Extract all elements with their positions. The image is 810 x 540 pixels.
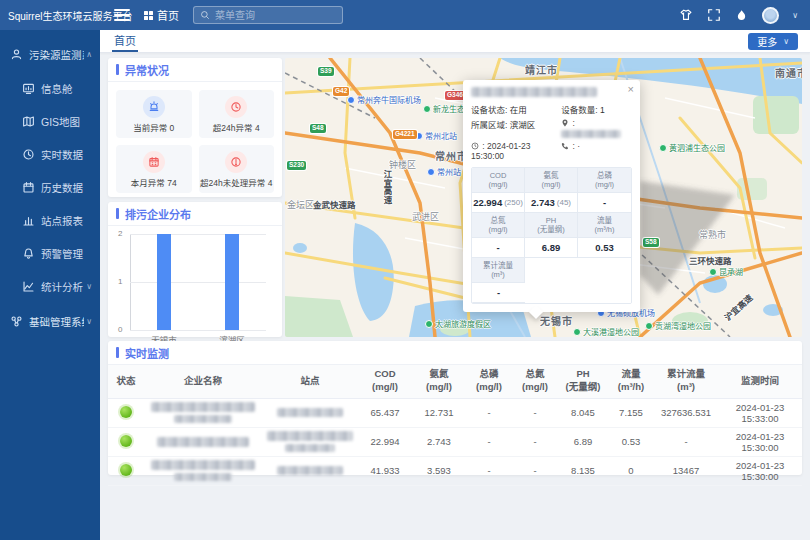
more-label: 更多 — [757, 34, 777, 49]
tab-home[interactable]: 首页 — [112, 30, 138, 52]
metric-cell: 8.045 — [558, 398, 608, 427]
metric-cell: - — [466, 427, 512, 456]
gis-map-icon — [22, 115, 35, 128]
metric-value: 2.743(45) — [525, 193, 578, 213]
tab-strip: 首页 更多 ∨ — [100, 30, 810, 53]
column-header-企业名称: 企业名称 — [144, 365, 262, 398]
metric-cell: - — [512, 456, 558, 485]
column-header-流量: 流量(m³/h) — [608, 365, 654, 398]
enterprise-distribution-panel: 排污企业分布 210 无锡市滨湖区 — [108, 202, 282, 337]
realtime-table: 状态企业名称站点COD(mg/l)氨氮(mg/l)总磷(mg/l)总氮(mg/l… — [108, 365, 802, 486]
metric-value: - — [472, 283, 525, 303]
abnormal-panel-title: 异常状况 — [108, 58, 282, 82]
map-popup: × 设备状态: 在用 设备数量: 1 所属区域: 滨湖区 : : 2024-01… — [463, 80, 640, 312]
realtime-panel-title: 实时监测 — [108, 341, 802, 365]
station-name-redacted — [262, 456, 358, 485]
column-header-站点: 站点 — [262, 365, 358, 398]
phone-icon — [561, 142, 569, 150]
device-datetime: : 2024-01-23 15:30:00 — [471, 141, 561, 161]
history-icon — [22, 181, 35, 194]
sidebar-item-0-2[interactable]: 实时数据 — [0, 138, 100, 171]
metric-cell: 7.155 — [608, 398, 654, 427]
more-button[interactable]: 更多 ∨ — [748, 33, 798, 50]
table-row-1[interactable]: 22.9942.743--6.890.53-2024-01-23 15:30:0… — [108, 427, 802, 456]
metric-cell: 41.933 — [358, 456, 412, 485]
search-icon — [200, 10, 210, 20]
dashboard-icon — [22, 82, 35, 95]
chevron-down-icon: ∨ — [783, 37, 789, 46]
metric-cell: 2.743 — [412, 427, 466, 456]
chevron-down-icon[interactable]: ∨ — [792, 11, 798, 20]
metric-value: - — [472, 238, 525, 258]
monitor-time: 2024-01-23 15:30:00 — [718, 456, 802, 485]
column-header-COD: COD(mg/l) — [358, 365, 412, 398]
popup-metrics-table: COD(mg/l)氨氮(mg/l)总磷(mg/l)22.994(250)2.74… — [471, 167, 632, 304]
metric-cell: - — [512, 427, 558, 456]
home-nav[interactable]: 首页 — [144, 7, 179, 23]
column-header-总氮: 总氮(mg/l) — [512, 365, 558, 398]
column-header-监测时间: 监测时间 — [718, 365, 802, 398]
clock-icon — [471, 142, 479, 150]
sidebar-group-1[interactable]: 基础管理系统∨ — [0, 303, 100, 339]
flame-icon[interactable] — [734, 8, 749, 23]
metric-value: 6.89 — [525, 238, 578, 258]
home-label: 首页 — [157, 7, 179, 23]
status-dot-normal — [120, 406, 132, 418]
user-avatar[interactable] — [762, 7, 779, 24]
abnormal-card-1[interactable]: 超24h异常 4 — [199, 90, 275, 138]
sidebar-item-0-0[interactable]: 信息舱 — [0, 72, 100, 105]
sidebar-item-0-4[interactable]: 站点报表 — [0, 204, 100, 237]
column-header-氨氮: 氨氮(mg/l) — [412, 365, 466, 398]
hamburger-menu-icon[interactable] — [114, 9, 130, 21]
abnormal-card-3[interactable]: 超24h未处理异常 4 — [199, 145, 275, 193]
metric-header: PH(无量纲) — [525, 213, 578, 238]
metric-cell: - — [512, 398, 558, 427]
realtime-icon — [22, 148, 35, 161]
metric-cell: 3.593 — [412, 456, 466, 485]
metric-header: 流量(m³/h) — [578, 213, 631, 238]
top-bar: Squirrel生态环境云服务平台 首页 ∨ — [0, 0, 810, 30]
warning-icon — [225, 151, 247, 173]
brand-title: Squirrel生态环境云服务平台 — [0, 8, 100, 23]
map[interactable]: 靖江市南通市常州市钟楼区武进区金坛区金武快速路无锡市滨湖区常熟市三环快速路江宜高… — [285, 58, 802, 337]
metric-header: 总氮(mg/l) — [472, 213, 525, 238]
metric-cell: 6.89 — [558, 427, 608, 456]
abnormal-card-0[interactable]: 当前异常 0 — [116, 90, 192, 138]
column-header-状态: 状态 — [108, 365, 144, 398]
y-tick-label: 1 — [118, 277, 122, 286]
table-row-0[interactable]: 65.43712.731--8.0457.155327636.5312024-0… — [108, 398, 802, 427]
bar-无锡市 — [157, 234, 171, 330]
metric-cell: 0 — [608, 456, 654, 485]
abnormal-cards: 当前异常 0超24h异常 4本月异常 74超24h未处理异常 4 — [108, 82, 282, 201]
device-address: : — [561, 118, 632, 138]
pollution-source-icon — [10, 48, 23, 61]
chevron-up-icon: ∧ — [86, 50, 92, 59]
sidebar-item-0-3[interactable]: 历史数据 — [0, 171, 100, 204]
fullscreen-icon[interactable] — [706, 8, 721, 23]
alert-icon — [22, 247, 35, 260]
device-status: 设备状态: 在用 — [471, 103, 561, 115]
metric-cell: 0.53 — [608, 427, 654, 456]
abnormal-card-2[interactable]: 本月异常 74 — [116, 145, 192, 193]
status-dot-normal — [120, 435, 132, 447]
table-row-2[interactable]: 41.9333.593--8.1350134672024-01-23 15:30… — [108, 456, 802, 485]
realtime-monitoring-panel: 实时监测 状态企业名称站点COD(mg/l)氨氮(mg/l)总磷(mg/l)总氮… — [108, 341, 802, 475]
chevron-down-icon: ∨ — [86, 317, 92, 326]
sidebar-item-0-1[interactable]: GIS地图 — [0, 105, 100, 138]
metric-empty-cell — [525, 258, 631, 303]
metric-cell: 327636.531 — [654, 398, 718, 427]
location-pin-icon — [561, 119, 569, 127]
close-icon[interactable]: × — [628, 83, 634, 95]
sidebar-group-0[interactable]: 污染源监测系统∧ — [0, 36, 100, 72]
chart-panel-title: 排污企业分布 — [108, 202, 282, 226]
sidebar-item-0-6[interactable]: 统计分析∨ — [0, 270, 100, 303]
report-icon — [22, 214, 35, 227]
device-region: 所属区域: 滨湖区 — [471, 118, 561, 138]
search-input[interactable] — [215, 10, 336, 21]
theme-skin-icon[interactable] — [678, 8, 693, 23]
company-name-redacted — [144, 398, 262, 427]
calendar-icon — [143, 151, 165, 173]
menu-search[interactable] — [193, 6, 343, 24]
sidebar-item-0-5[interactable]: 预警管理 — [0, 237, 100, 270]
bar-chart: 210 — [130, 234, 272, 330]
